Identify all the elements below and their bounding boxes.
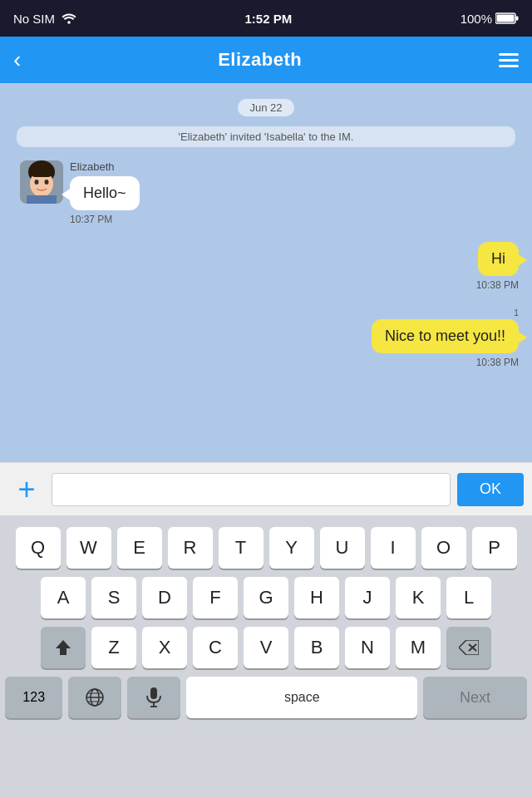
key-K[interactable]: K <box>396 577 441 618</box>
avatar-face-svg <box>20 160 63 204</box>
key-Z[interactable]: Z <box>91 627 136 668</box>
key-B[interactable]: B <box>294 627 339 668</box>
key-numbers[interactable]: 123 <box>5 677 62 718</box>
key-S[interactable]: S <box>91 577 136 618</box>
key-P[interactable]: P <box>472 527 517 569</box>
ok-button[interactable]: OK <box>457 473 524 506</box>
message-bubble-2: Hi <box>478 242 519 276</box>
key-V[interactable]: V <box>244 627 288 668</box>
menu-line-1 <box>499 53 519 56</box>
svg-point-9 <box>35 180 39 185</box>
system-message: 'Elizabeth' invited 'Isabella' to the IM… <box>17 126 515 147</box>
key-E[interactable]: E <box>117 527 162 569</box>
menu-line-3 <box>499 65 519 67</box>
sender-name-1: Elizabeth <box>70 160 114 173</box>
mic-icon <box>145 687 162 707</box>
date-badge: Jun 22 <box>238 100 293 115</box>
key-D[interactable]: D <box>142 577 187 618</box>
svg-rect-3 <box>497 15 515 22</box>
unread-badge: 1 <box>514 308 519 318</box>
svg-rect-19 <box>150 687 157 699</box>
message-bubble-3: Nice to meet you!! <box>372 319 519 353</box>
message-row-3: 1 Nice to meet you!! 10:38 PM <box>13 308 519 368</box>
key-R[interactable]: R <box>168 527 213 569</box>
key-C[interactable]: C <box>193 627 238 668</box>
key-O[interactable]: O <box>421 527 466 569</box>
keyboard-row-3: Z X C V B N M <box>5 627 527 668</box>
message-bubble-1: Hello~ <box>70 176 140 210</box>
menu-line-2 <box>499 59 519 62</box>
input-area: + OK <box>0 462 532 515</box>
globe-icon <box>85 687 105 707</box>
wifi-icon <box>62 12 76 24</box>
key-W[interactable]: W <box>66 527 111 569</box>
keyboard-bottom-row: 123 space Next <box>0 677 532 718</box>
message-time-1: 10:37 PM <box>70 214 112 225</box>
nav-bar: ‹ Elizabeth <box>0 37 532 83</box>
key-G[interactable]: G <box>244 577 288 618</box>
shift-icon <box>54 638 72 657</box>
key-globe[interactable] <box>68 677 121 718</box>
status-bar: No SIM 1:52 PM 100% <box>0 0 532 37</box>
key-Y[interactable]: Y <box>269 527 314 569</box>
status-time: 1:52 PM <box>244 12 292 26</box>
keyboard-rows: Q W E R T Y U I O P A S D F G H J K L <box>0 522 532 668</box>
nav-title: Elizabeth <box>218 49 302 71</box>
plus-button[interactable]: + <box>8 472 45 507</box>
key-next[interactable]: Next <box>423 677 527 718</box>
avatar-elizabeth <box>20 160 63 204</box>
menu-button[interactable] <box>499 53 519 67</box>
back-button[interactable]: ‹ <box>13 47 21 73</box>
key-I[interactable]: I <box>371 527 416 569</box>
carrier-text: No SIM <box>13 12 55 26</box>
key-backspace[interactable] <box>446 627 491 668</box>
keyboard: Q W E R T Y U I O P A S D F G H J K L <box>0 515 532 798</box>
message-bubble-wrap-3: 1 Nice to meet you!! 10:38 PM <box>372 308 519 368</box>
keyboard-row-1: Q W E R T Y U I O P <box>5 527 527 569</box>
battery-text: 100% <box>461 12 492 26</box>
svg-rect-8 <box>27 195 57 204</box>
backspace-icon <box>459 640 479 655</box>
message-time-3: 10:38 PM <box>476 357 519 368</box>
key-J[interactable]: J <box>345 577 390 618</box>
chat-area: Jun 22 'Elizabeth' invited 'Isabella' to… <box>0 83 532 462</box>
key-N[interactable]: N <box>345 627 390 668</box>
svg-rect-7 <box>30 167 53 177</box>
message-time-2: 10:38 PM <box>476 279 519 291</box>
message-input[interactable] <box>52 473 451 506</box>
keyboard-row-2: A S D F G H J K L <box>5 577 527 618</box>
svg-rect-2 <box>516 17 519 21</box>
message-row-2: Hi 10:38 PM <box>13 242 519 291</box>
key-mic[interactable] <box>127 677 180 718</box>
key-T[interactable]: T <box>219 527 264 569</box>
battery-icon <box>495 12 519 24</box>
message-bubble-wrap-2: Hi 10:38 PM <box>476 242 519 291</box>
svg-point-0 <box>67 21 71 24</box>
svg-point-10 <box>45 180 49 185</box>
key-A[interactable]: A <box>41 577 86 618</box>
key-F[interactable]: F <box>193 577 238 618</box>
key-M[interactable]: M <box>396 627 441 668</box>
status-battery-area: 100% <box>461 12 519 26</box>
key-space[interactable]: space <box>186 677 417 718</box>
key-X[interactable]: X <box>142 627 187 668</box>
key-H[interactable]: H <box>294 577 339 618</box>
key-L[interactable]: L <box>446 577 491 618</box>
status-carrier-wifi: No SIM <box>13 12 76 26</box>
key-shift[interactable] <box>41 627 86 668</box>
key-Q[interactable]: Q <box>16 527 61 569</box>
message-row-1: Elizabeth Hello~ 10:37 PM <box>13 160 519 225</box>
key-U[interactable]: U <box>320 527 365 569</box>
svg-marker-11 <box>56 640 71 655</box>
message-bubble-wrap-1: Elizabeth Hello~ 10:37 PM <box>70 160 140 225</box>
